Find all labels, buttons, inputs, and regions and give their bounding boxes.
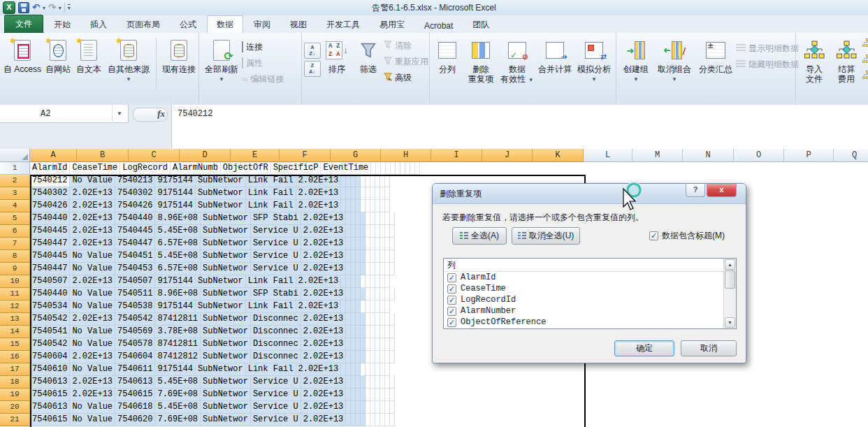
cell-P14[interactable] — [385, 326, 390, 338]
cell-A21[interactable]: 7540615 — [30, 414, 70, 426]
cell-G4[interactable]: 2.02E+13 — [296, 200, 342, 212]
cell-M13[interactable] — [370, 313, 375, 326]
cell-I16[interactable] — [351, 351, 356, 363]
cell-K17[interactable] — [356, 363, 361, 376]
checkbox-icon[interactable]: ✓ — [447, 318, 456, 327]
cell-N11[interactable] — [375, 288, 380, 301]
cell-J5[interactable] — [356, 212, 361, 225]
cell-F1[interactable]: SpecificP — [271, 162, 321, 175]
cell-P10[interactable] — [380, 275, 385, 288]
row-header-4[interactable]: 4 — [0, 200, 30, 212]
cell-B9[interactable]: No Value — [70, 263, 115, 275]
cell-G8[interactable]: 2.02E+13 — [301, 250, 347, 263]
cell-J7[interactable] — [356, 238, 361, 250]
cell-G16[interactable]: 2.02E+13 — [301, 351, 347, 363]
cell-Q6[interactable] — [390, 225, 395, 238]
cell-G1[interactable]: EventTime — [321, 162, 371, 175]
cell-J18[interactable] — [356, 376, 361, 389]
cell-P4[interactable] — [380, 200, 385, 212]
cell-K19[interactable] — [361, 389, 366, 401]
cell-A17[interactable]: 7540610 — [30, 363, 70, 376]
cell-M14[interactable] — [370, 326, 375, 338]
row-header-6[interactable]: 6 — [0, 225, 30, 238]
cell-A19[interactable]: 7540615 — [30, 389, 70, 401]
cell-L15[interactable] — [366, 338, 370, 351]
cell-L18[interactable] — [366, 376, 370, 389]
cell-H14[interactable] — [346, 326, 351, 338]
cell-E11[interactable]: SubNetwor — [201, 288, 251, 301]
cell-B2[interactable]: No Value — [70, 175, 115, 187]
cell-Q11[interactable] — [390, 288, 395, 301]
cell-J12[interactable] — [351, 301, 356, 313]
dialog-column-item-AlarmId[interactable]: ✓AlarmId — [444, 272, 736, 283]
cell-B8[interactable]: No Value — [70, 250, 115, 263]
cell-E14[interactable]: SubNetwor — [201, 326, 251, 338]
cell-I4[interactable] — [346, 200, 351, 212]
tab-file[interactable]: 文件 — [4, 15, 43, 33]
row-header-1[interactable]: 1 — [0, 162, 30, 175]
cell-C11[interactable]: 7540511 — [115, 288, 155, 301]
cell-B5[interactable]: 2.02E+13 — [70, 212, 115, 225]
cell-A6[interactable]: 7540445 — [30, 225, 70, 238]
cell-O7[interactable] — [380, 238, 385, 250]
dialog-column-item-CeaseTime[interactable]: ✓CeaseTime — [444, 283, 736, 294]
cell-F5[interactable]: SFP Stabi — [251, 212, 301, 225]
cell-F10[interactable]: Link Fail — [246, 275, 296, 288]
cell-C6[interactable]: 7540445 — [115, 225, 155, 238]
cell-K10[interactable] — [356, 275, 361, 288]
cell-O9[interactable] — [380, 263, 385, 275]
cell-C10[interactable]: 7540507 — [115, 275, 155, 288]
cell-A8[interactable]: 7540445 — [30, 250, 70, 263]
cell-L3[interactable] — [361, 187, 366, 200]
column-header-F[interactable]: F — [280, 149, 331, 162]
cell-M4[interactable] — [366, 200, 370, 212]
column-header-M[interactable]: M — [632, 149, 683, 162]
tab-page-layout[interactable]: 页面布局 — [117, 16, 169, 33]
cell-P13[interactable] — [385, 313, 390, 326]
cell-E5[interactable]: SubNetwor — [201, 212, 251, 225]
cell-B11[interactable]: No Value — [70, 288, 115, 301]
cell-L9[interactable] — [366, 263, 370, 275]
tab-insert[interactable]: 插入 — [81, 16, 116, 33]
cell-N20[interactable] — [375, 401, 380, 414]
cell-I21[interactable] — [351, 414, 356, 426]
row-header-15[interactable]: 15 — [0, 338, 30, 351]
cell-G2[interactable]: 2.02E+13 — [296, 175, 342, 187]
cell-P17[interactable] — [380, 363, 385, 376]
cell-P18[interactable] — [385, 376, 390, 389]
cell-D11[interactable]: 8.96E+08 — [155, 288, 201, 301]
cell-P2[interactable] — [380, 175, 385, 187]
cell-O20[interactable] — [380, 401, 385, 414]
text-to-columns-button[interactable]: 分列 — [432, 36, 463, 93]
scroll-up-icon[interactable]: ▲ — [725, 259, 735, 270]
cell-B4[interactable]: 2.02E+13 — [70, 200, 115, 212]
cell-L2[interactable] — [361, 175, 366, 187]
cell-B15[interactable]: No Value — [70, 338, 115, 351]
edit-links-button[interactable]: ∞ 编辑链接 — [242, 72, 284, 86]
cell-H11[interactable] — [346, 288, 351, 301]
reapply-filter-button[interactable]: 重新应用 — [384, 55, 428, 68]
cell-D19[interactable]: 7.69E+08 — [155, 389, 201, 401]
cell-K21[interactable] — [361, 414, 366, 426]
cell-H1[interactable] — [371, 162, 376, 175]
cell-B16[interactable]: 2.02E+13 — [70, 351, 115, 363]
cell-I6[interactable] — [351, 225, 356, 238]
name-box-dropdown-icon[interactable]: ▼ — [112, 105, 126, 123]
cell-Q4[interactable] — [385, 200, 390, 212]
cell-I20[interactable] — [351, 401, 356, 414]
cell-J13[interactable] — [356, 313, 361, 326]
cell-G14[interactable]: 2.02E+13 — [301, 326, 347, 338]
column-header-D[interactable]: D — [180, 149, 231, 162]
cell-F3[interactable]: Link Fail — [246, 187, 296, 200]
cell-D14[interactable]: 3.78E+08 — [155, 326, 201, 338]
cell-H13[interactable] — [346, 313, 351, 326]
cell-I3[interactable] — [346, 187, 351, 200]
existing-connections-button[interactable]: 现有连接 — [159, 36, 198, 93]
cell-O18[interactable] — [380, 376, 385, 389]
cell-P20[interactable] — [385, 401, 390, 414]
tab-review[interactable]: 审阅 — [245, 16, 280, 33]
cell-E2[interactable]: SubNetwor — [196, 175, 246, 187]
cell-A15[interactable]: 7540542 — [30, 338, 70, 351]
cell-I15[interactable] — [351, 338, 356, 351]
cell-J20[interactable] — [356, 401, 361, 414]
